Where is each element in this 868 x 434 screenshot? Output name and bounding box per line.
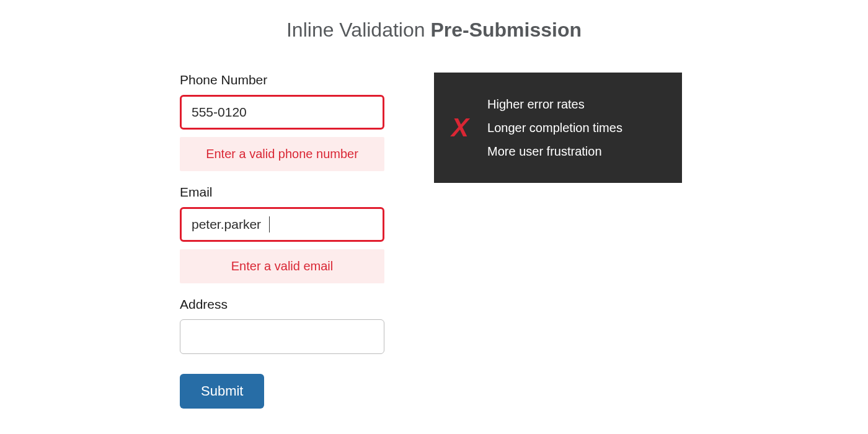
phone-error-message: Enter a valid phone number [180,137,384,171]
info-list: Higher error rates Longer completion tim… [487,92,622,163]
x-icon: X [451,113,469,143]
info-card: X Higher error rates Longer completion t… [434,73,682,183]
info-item: Longer completion times [487,116,622,140]
info-item: Higher error rates [487,92,622,116]
email-error-message: Enter a valid email [180,249,384,283]
email-input[interactable] [180,207,384,242]
page-title: Inline Validation Pre-Submission [286,19,582,42]
heading-bold: Pre-Submission [430,19,582,41]
phone-label: Phone Number [180,73,384,87]
address-label: Address [180,297,384,312]
info-item: More user frustration [487,140,622,163]
phone-input[interactable] [180,95,384,130]
address-field-group: Address [180,297,384,354]
address-input[interactable] [180,319,384,354]
heading-light: Inline Validation [286,19,430,41]
phone-field-group: Phone Number Enter a valid phone number [180,73,384,171]
email-label: Email [180,185,384,200]
form: Phone Number Enter a valid phone number … [180,73,384,409]
email-field-group: Email Enter a valid email [180,185,384,283]
submit-button[interactable]: Submit [180,374,264,409]
